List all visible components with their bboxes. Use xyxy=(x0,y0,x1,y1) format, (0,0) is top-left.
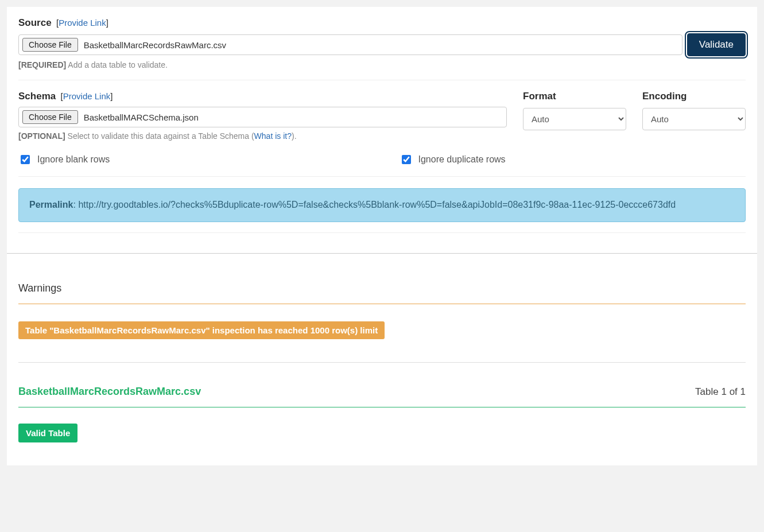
permalink-url[interactable]: http://try.goodtables.io/?checks%5Bdupli… xyxy=(78,200,676,209)
ignore-duplicate-rows-checkbox[interactable] xyxy=(402,155,411,164)
permalink-box: Permalink: http://try.goodtables.io/?che… xyxy=(18,188,746,222)
validate-button[interactable]: Validate xyxy=(687,33,746,56)
ignore-duplicate-rows-label: Ignore duplicate rows xyxy=(418,154,506,165)
encoding-label: Encoding xyxy=(642,91,746,102)
source-provide-link[interactable]: Provide Link xyxy=(59,18,106,28)
permalink-label: Permalink xyxy=(29,200,73,209)
schema-provide-link[interactable]: Provide Link xyxy=(63,91,111,101)
warning-badge: Table "BasketballMarcRecordsRawMarc.csv"… xyxy=(18,321,385,339)
schema-section: Schema [Provide Link] Choose File Basket… xyxy=(18,91,746,141)
warnings-rule xyxy=(18,304,746,304)
result-rule xyxy=(18,407,746,407)
schema-filename: BasketballMARCSchema.json xyxy=(84,112,199,122)
schema-help: [OPTIONAL] Select to validate this data … xyxy=(18,131,507,141)
format-control: Format Auto xyxy=(523,91,626,130)
source-label: Source xyxy=(18,17,52,28)
result-row: BasketballMarcRecordsRawMarc.csv Table 1… xyxy=(18,386,746,398)
main-card: Source [Provide Link] Choose File Basket… xyxy=(7,7,757,465)
divider xyxy=(18,176,746,177)
encoding-select[interactable]: Auto xyxy=(642,108,746,130)
schema-label: Schema xyxy=(18,91,56,102)
source-choose-file-button[interactable]: Choose File xyxy=(22,38,78,52)
source-section: Source [Provide Link] Choose File Basket… xyxy=(18,17,746,69)
divider xyxy=(18,80,746,80)
section-separator xyxy=(7,253,757,254)
source-filename: BasketballMarcRecordsRawMarc.csv xyxy=(84,40,226,50)
encoding-control: Encoding Auto xyxy=(642,91,746,130)
format-label: Format xyxy=(523,91,626,102)
valid-table-badge: Valid Table xyxy=(18,424,77,442)
warnings-heading: Warnings xyxy=(18,282,746,294)
format-select[interactable]: Auto xyxy=(523,108,626,130)
divider xyxy=(18,232,746,233)
checkbox-row: Ignore blank rows Ignore duplicate rows xyxy=(18,153,746,166)
schema-choose-file-button[interactable]: Choose File xyxy=(22,110,78,124)
ignore-blank-rows-checkbox[interactable] xyxy=(21,155,30,164)
source-help: [REQUIRED] Add a data table to validate. xyxy=(18,60,746,69)
section-separator xyxy=(18,362,746,363)
schema-what-is-it-link[interactable]: What is it? xyxy=(254,131,292,141)
result-filename: BasketballMarcRecordsRawMarc.csv xyxy=(18,386,201,398)
source-file-input[interactable]: Choose File BasketballMarcRecordsRawMarc… xyxy=(18,34,682,55)
ignore-blank-rows-label: Ignore blank rows xyxy=(37,154,110,165)
table-count: Table 1 of 1 xyxy=(695,386,746,398)
schema-file-input[interactable]: Choose File BasketballMARCSchema.json xyxy=(18,107,507,127)
